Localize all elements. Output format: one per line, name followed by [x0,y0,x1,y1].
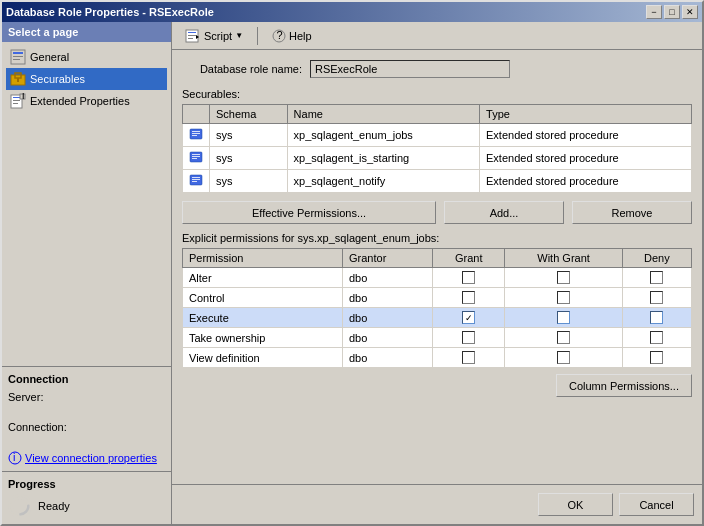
svg-rect-9 [13,100,20,101]
svg-rect-8 [13,97,20,98]
checkbox[interactable] [650,351,663,364]
perm-name: Execute [183,308,343,328]
toolbar: Script ▼ ? Help [172,22,702,50]
checkbox[interactable] [557,311,570,324]
checkbox[interactable] [650,331,663,344]
connection-section: Connection Server: Connection: i View co… [2,366,171,471]
checkbox[interactable] [462,291,475,304]
securables-actions: Effective Permissions... Add... Remove [182,201,692,224]
svg-rect-2 [13,56,23,57]
perm-withgrant [505,348,622,368]
checkbox[interactable] [650,291,663,304]
svg-rect-27 [192,135,197,136]
sidebar-item-general[interactable]: General [6,46,167,68]
sidebar-header: Select a page [2,22,171,42]
sidebar-label-securables: Securables [30,73,85,85]
checkbox-cell [629,351,685,364]
checkbox-cell [511,271,615,284]
explicit-perms-label: Explicit permissions for sys.xp_sqlagent… [182,232,692,244]
help-button[interactable]: ? Help [265,25,319,47]
table-row[interactable]: sys xp_sqlagent_is_starting Extended sto… [183,147,692,170]
remove-button[interactable]: Remove [572,201,692,224]
checkbox[interactable] [557,271,570,284]
checkbox-cell [439,271,498,284]
close-button[interactable]: ✕ [682,5,698,19]
checkbox[interactable] [557,291,570,304]
checkbox[interactable] [462,331,475,344]
checkbox[interactable] [462,351,475,364]
checkbox-cell: ✓ [439,311,498,324]
table-row[interactable]: Control dbo [183,288,692,308]
checkbox[interactable] [557,351,570,364]
row-name: xp_sqlagent_is_starting [287,147,479,170]
col-schema: Schema [210,105,288,124]
svg-rect-10 [13,103,18,104]
table-row[interactable]: View definition dbo [183,348,692,368]
perm-deny [622,348,691,368]
perms-header-row: Permission Grantor Grant With Grant Deny [183,249,692,268]
perm-col-permission: Permission [183,249,343,268]
column-perms-row: Column Permissions... [182,374,692,397]
script-icon [185,29,201,43]
cancel-button[interactable]: Cancel [619,493,694,516]
svg-text:i: i [13,451,15,463]
perm-grantor: dbo [343,268,433,288]
sidebar-item-extprops[interactable]: i Extended Properties [6,90,167,112]
perm-col-deny: Deny [622,249,691,268]
checkbox[interactable] [650,311,663,324]
table-row[interactable]: sys xp_sqlagent_enum_jobs Extended store… [183,124,692,147]
checkbox[interactable] [557,331,570,344]
checkbox[interactable]: ✓ [462,311,475,324]
checkbox-cell [511,291,615,304]
view-link-text: View connection properties [25,452,157,464]
checkbox-cell [511,311,615,324]
svg-rect-29 [192,154,200,155]
checkbox-cell [439,351,498,364]
perm-col-grant: Grant [432,249,504,268]
progress-title: Progress [8,478,165,490]
view-connection-link[interactable]: i View connection properties [8,451,165,465]
perm-deny [622,308,691,328]
ok-button[interactable]: OK [538,493,613,516]
svg-rect-30 [192,156,200,157]
connection-title: Connection [8,373,165,385]
perm-deny [622,288,691,308]
row-icon-cell [183,170,210,193]
title-bar: Database Role Properties - RSExecRole − … [2,2,702,22]
table-row[interactable]: sys xp_sqlagent_notify Extended stored p… [183,170,692,193]
progress-status: Ready [38,500,70,512]
maximize-button[interactable]: □ [664,5,680,19]
help-icon: ? [272,29,286,43]
svg-rect-33 [192,177,200,178]
sidebar-item-securables[interactable]: Securables [6,68,167,90]
add-label: Add... [490,207,519,219]
table-row[interactable]: Execute dbo ✓ [183,308,692,328]
column-permissions-button[interactable]: Column Permissions... [556,374,692,397]
script-button[interactable]: Script ▼ [178,25,250,47]
row-type: Extended stored procedure [480,170,692,193]
row-name: xp_sqlagent_enum_jobs [287,124,479,147]
minimize-button[interactable]: − [646,5,662,19]
progress-content: Ready [8,494,165,518]
table-row[interactable]: Alter dbo [183,268,692,288]
row-icon-cell [183,147,210,170]
row-schema: sys [210,170,288,193]
svg-rect-18 [188,32,196,33]
checkbox-cell [629,331,685,344]
permissions-table: Permission Grantor Grant With Grant Deny… [182,248,692,368]
effective-permissions-button[interactable]: Effective Permissions... [182,201,436,224]
checkbox[interactable] [650,271,663,284]
toolbar-separator [257,27,258,45]
extprops-icon: i [10,93,26,109]
perm-grant [432,268,504,288]
script-label: Script [204,30,232,42]
table-row[interactable]: Take ownership dbo [183,328,692,348]
perm-grantor: dbo [343,288,433,308]
perm-col-grantor: Grantor [343,249,433,268]
link-icon: i [8,451,22,465]
row-type: Extended stored procedure [480,124,692,147]
col-type: Type [480,105,692,124]
checkbox[interactable] [462,271,475,284]
add-button[interactable]: Add... [444,201,564,224]
perm-grant: ✓ [432,308,504,328]
